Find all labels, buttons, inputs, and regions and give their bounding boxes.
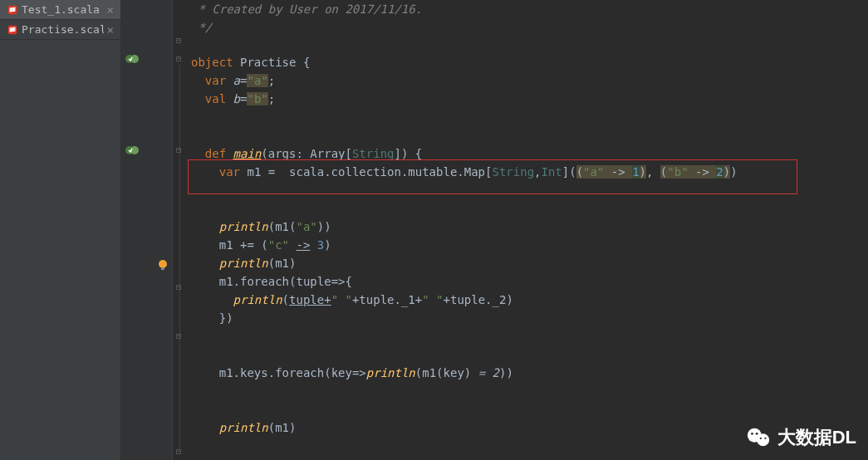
fold-column: ⊟ ⊟ ⊟ ⊟ ⊟ ⊟	[173, 0, 188, 460]
fold-toggle[interactable]: ⊟	[176, 447, 184, 455]
code-area[interactable]: * Created by User on 2017/11/16. */ obje…	[188, 0, 868, 460]
close-icon[interactable]: ×	[107, 23, 114, 37]
implements-icon[interactable]	[125, 143, 140, 158]
intention-bulb-icon[interactable]	[156, 258, 169, 272]
tab-label: Practise.scala	[22, 23, 104, 36]
scala-file-icon	[7, 24, 18, 36]
watermark: 大数据DL	[746, 425, 856, 450]
fold-toggle[interactable]: ⊟	[176, 331, 184, 340]
keyword: object	[191, 56, 233, 69]
svg-point-13	[764, 438, 766, 439]
class-name: Practise	[240, 56, 296, 69]
svg-point-6	[159, 260, 167, 268]
implements-icon[interactable]	[125, 51, 140, 66]
svg-point-11	[755, 433, 758, 435]
svg-point-12	[759, 438, 761, 439]
svg-point-9	[757, 433, 769, 446]
tab-label: Test_1.scala	[22, 3, 104, 16]
close-icon[interactable]: ×	[107, 3, 114, 17]
svg-point-10	[751, 433, 753, 435]
fold-toggle[interactable]: ⊟	[176, 54, 184, 62]
gutter	[121, 0, 173, 460]
fold-toggle[interactable]: ⊟	[176, 36, 184, 44]
comment: * Created by User on 2017/11/16.	[191, 2, 422, 16]
scala-file-icon	[7, 4, 18, 16]
fold-toggle[interactable]: ⊟	[176, 145, 184, 154]
svg-rect-7	[161, 267, 164, 270]
tab-practise[interactable]: Practise.scala ×	[0, 20, 120, 40]
fold-toggle[interactable]: ⊟	[176, 282, 184, 291]
tab-test1[interactable]: Test_1.scala ×	[0, 0, 120, 20]
watermark-text: 大数据DL	[777, 425, 856, 450]
wechat-icon	[746, 425, 771, 450]
tab-panel: Test_1.scala × Practise.scala ×	[0, 0, 121, 460]
comment: */	[191, 21, 212, 34]
code-editor[interactable]: ⊟ ⊟ ⊟ ⊟ ⊟ ⊟ * Created by User on 2017/11…	[121, 0, 868, 460]
